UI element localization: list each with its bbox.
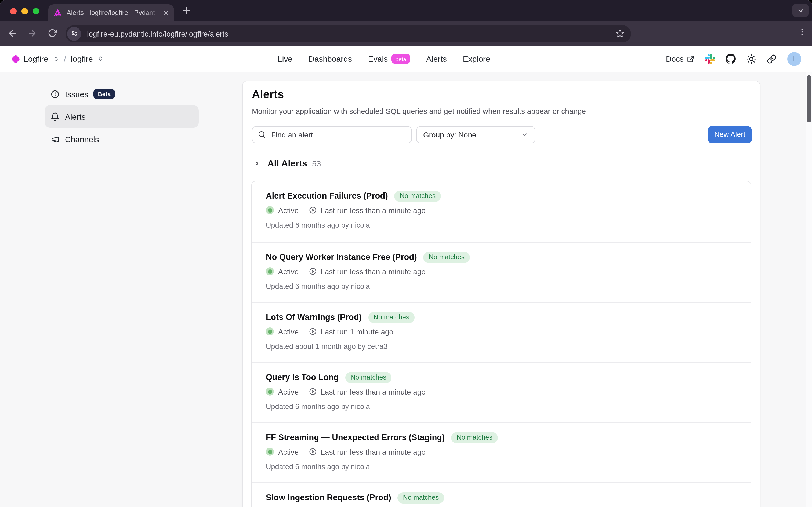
alert-name[interactable]: Alert Execution Failures (Prod) xyxy=(266,191,388,201)
new-tab-button[interactable] xyxy=(181,5,192,15)
browser-menu-icon[interactable] xyxy=(798,28,806,36)
play-circle-icon xyxy=(309,267,317,275)
match-status-badge: No matches xyxy=(345,372,392,383)
active-status-icon xyxy=(266,206,274,214)
scrollbar-thumb[interactable] xyxy=(807,75,811,122)
alert-group-header[interactable]: All Alerts 53 xyxy=(254,158,321,169)
share-link-icon[interactable] xyxy=(767,54,776,64)
bell-icon xyxy=(51,112,60,121)
browser-toolbar: logfire-eu.pydantic.info/logfire/logfire… xyxy=(0,21,812,46)
match-status-badge: No matches xyxy=(451,432,498,443)
url-bar[interactable]: logfire-eu.pydantic.info/logfire/logfire… xyxy=(65,25,631,42)
last-run-text: Last run less than a minute ago xyxy=(321,387,426,396)
chevrons-up-down-icon[interactable] xyxy=(53,56,59,62)
updated-text: Updated 6 months ago by nicola xyxy=(266,402,370,410)
logfire-logo-icon xyxy=(11,54,20,63)
last-run-text: Last run 1 minute ago xyxy=(321,327,393,336)
alert-row[interactable]: Query Is Too Long No matches Active Last… xyxy=(252,361,751,421)
sidebar-item-issues[interactable]: Issues Beta xyxy=(45,83,199,105)
minimize-window-button[interactable] xyxy=(21,8,28,14)
alert-state: Active xyxy=(278,206,299,215)
reload-button[interactable] xyxy=(48,29,57,38)
updated-text: Updated 6 months ago by nicola xyxy=(266,282,370,290)
play-circle-icon xyxy=(309,388,317,396)
alert-row[interactable]: Lots Of Warnings (Prod) No matches Activ… xyxy=(252,301,751,361)
page-subtitle: Monitor your application with scheduled … xyxy=(252,107,586,115)
breadcrumb-separator: / xyxy=(64,54,66,63)
nav-item-explore[interactable]: Explore xyxy=(463,54,490,63)
page-scrollbar[interactable] xyxy=(806,72,812,507)
close-window-button[interactable] xyxy=(10,8,17,14)
active-status-icon xyxy=(266,388,274,396)
tab-close-icon[interactable] xyxy=(163,10,169,16)
alert-state: Active xyxy=(278,267,299,276)
chevron-right-icon[interactable] xyxy=(254,160,261,167)
external-link-icon xyxy=(687,55,694,62)
alert-state: Active xyxy=(278,327,299,336)
zoom-window-button[interactable] xyxy=(33,8,39,14)
org-selector[interactable]: Logfire xyxy=(23,54,48,63)
alert-row[interactable]: Alert Execution Failures (Prod) No match… xyxy=(252,181,751,241)
alerts-page: Issues Beta Alerts Channels Alerts Monit… xyxy=(0,72,812,507)
nav-item-dashboards[interactable]: Dashboards xyxy=(309,54,352,63)
match-status-badge: No matches xyxy=(394,190,441,202)
new-alert-button[interactable]: New Alert xyxy=(708,126,752,143)
browser-tab[interactable]: Alerts · logfire/logfire · Pydant xyxy=(48,4,174,21)
alert-circle-icon xyxy=(51,90,60,99)
window-controls xyxy=(10,8,39,14)
updated-text: Updated 6 months ago by nicola xyxy=(266,221,370,229)
tab-search-chevron-button[interactable] xyxy=(792,4,809,17)
search-input[interactable] xyxy=(270,130,406,139)
nav-item-alerts[interactable]: Alerts xyxy=(426,54,447,63)
alert-state: Active xyxy=(278,447,299,456)
last-run-text: Last run less than a minute ago xyxy=(321,206,426,215)
alert-search[interactable] xyxy=(252,126,412,143)
alert-name[interactable]: Slow Ingestion Requests (Prod) xyxy=(266,493,391,502)
match-status-badge: No matches xyxy=(398,492,444,503)
alert-name[interactable]: No Query Worker Instance Free (Prod) xyxy=(266,252,417,262)
forward-button[interactable] xyxy=(28,29,37,38)
active-status-icon xyxy=(266,328,274,336)
sidebar-item-alerts[interactable]: Alerts xyxy=(45,105,199,128)
alert-name[interactable]: Query Is Too Long xyxy=(266,373,339,382)
match-status-badge: No matches xyxy=(424,251,470,263)
user-avatar[interactable]: L xyxy=(787,52,801,66)
sidebar-item-channels[interactable]: Channels xyxy=(45,128,199,150)
alert-row[interactable]: Slow Ingestion Requests (Prod) No matche… xyxy=(252,482,751,507)
sidebar-item-label: Channels xyxy=(65,134,99,144)
nav-links: Live Dashboards Evalsbeta Alerts Explore xyxy=(278,46,490,72)
nav-item-evals[interactable]: Evalsbeta xyxy=(368,54,410,64)
group-title: All Alerts xyxy=(267,158,307,169)
alert-row[interactable]: No Query Worker Instance Free (Prod) No … xyxy=(252,241,751,301)
last-run-text: Last run less than a minute ago xyxy=(321,267,426,276)
beta-badge: beta xyxy=(391,54,410,64)
slack-icon[interactable] xyxy=(705,54,715,64)
bookmark-star-icon[interactable] xyxy=(615,29,625,38)
alert-row[interactable]: FF Streaming — Unexpected Errors (Stagin… xyxy=(252,421,751,482)
play-circle-icon xyxy=(309,206,317,214)
docs-link[interactable]: Docs xyxy=(666,54,694,63)
nav-item-live[interactable]: Live xyxy=(278,54,292,63)
chevrons-up-down-icon[interactable] xyxy=(98,56,104,62)
theme-sun-icon[interactable] xyxy=(747,54,756,64)
site-settings-icon[interactable] xyxy=(67,26,81,41)
page-title: Alerts xyxy=(252,88,284,101)
navbar-actions: Docs L xyxy=(666,46,801,72)
github-icon[interactable] xyxy=(725,54,736,64)
alert-name[interactable]: Lots Of Warnings (Prod) xyxy=(266,313,362,322)
alert-name[interactable]: FF Streaming — Unexpected Errors (Stagin… xyxy=(266,433,445,442)
play-circle-icon xyxy=(309,328,317,336)
active-status-icon xyxy=(266,267,274,275)
alert-list: Alert Execution Failures (Prod) No match… xyxy=(251,181,751,507)
sidebar-item-label: Alerts xyxy=(65,112,86,121)
group-count: 53 xyxy=(312,159,321,168)
issues-beta-badge: Beta xyxy=(94,89,115,99)
back-button[interactable] xyxy=(7,29,17,38)
browser-window: Alerts · logfire/logfire · Pydant logfir… xyxy=(0,0,812,507)
sidebar: Issues Beta Alerts Channels xyxy=(45,83,199,150)
pydantic-favicon-icon xyxy=(53,8,62,17)
megaphone-icon xyxy=(51,134,60,144)
group-by-select[interactable]: Group by: None xyxy=(416,126,535,143)
project-selector[interactable]: logfire xyxy=(71,54,93,63)
alert-state: Active xyxy=(278,387,299,396)
